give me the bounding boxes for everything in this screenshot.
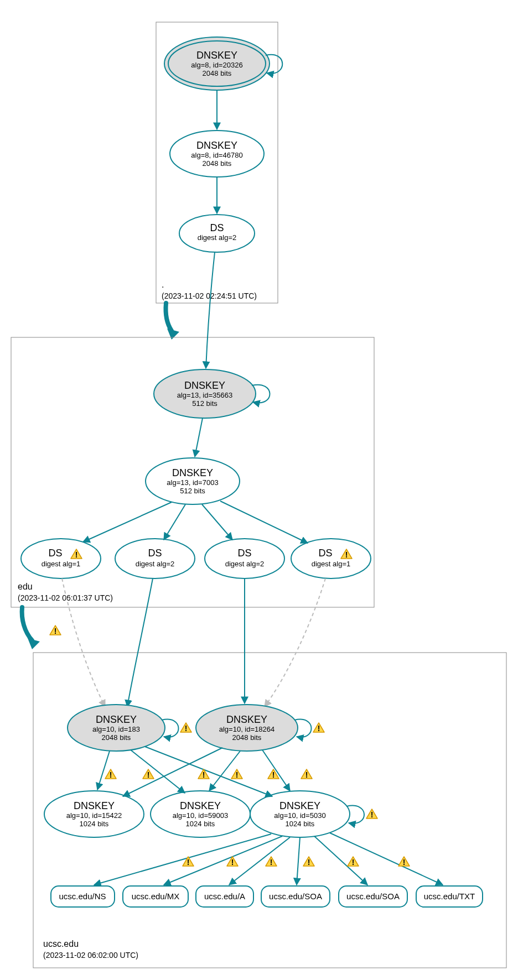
node-ucsc-ksk1: DNSKEY alg=10, id=183 2048 bits xyxy=(68,705,191,751)
zone-ucsc-label: ucsc.edu xyxy=(43,939,79,948)
warning-icon xyxy=(143,769,154,779)
svg-text:ucsc.edu/SOA: ucsc.edu/SOA xyxy=(269,892,322,901)
warning-icon xyxy=(301,769,312,779)
svg-marker-14 xyxy=(167,329,179,340)
edge-rootds-eduksk xyxy=(206,252,215,368)
node-ucsc-zsk1: DNSKEY alg=10, id=15422 1024 bits xyxy=(44,791,144,837)
warning-icon xyxy=(50,625,61,635)
svg-text:DS: DS xyxy=(318,548,332,559)
svg-text:digest alg=2: digest alg=2 xyxy=(198,233,236,242)
edge-eduksk-eduzsk xyxy=(195,418,203,457)
node-ucsc-zsk2: DNSKEY alg=10, id=59003 1024 bits xyxy=(151,791,250,837)
svg-point-27 xyxy=(115,539,195,578)
svg-text:DNSKEY: DNSKEY xyxy=(196,140,237,151)
rrset-soa2: ucsc.edu/SOA xyxy=(339,886,407,907)
svg-text:2048 bits: 2048 bits xyxy=(232,733,262,742)
svg-text:alg=10, id=59003: alg=10, id=59003 xyxy=(173,811,228,820)
svg-point-30 xyxy=(205,539,284,578)
svg-text:digest alg=1: digest alg=1 xyxy=(42,560,80,568)
warning-icon xyxy=(348,857,359,867)
svg-text:DNSKEY: DNSKEY xyxy=(96,714,137,725)
svg-text:ucsc.edu/TXT: ucsc.edu/TXT xyxy=(424,892,475,901)
svg-marker-36 xyxy=(28,638,40,649)
svg-text:digest alg=2: digest alg=2 xyxy=(225,560,264,568)
svg-text:ucsc.edu/SOA: ucsc.edu/SOA xyxy=(346,892,400,901)
warning-icon xyxy=(231,769,242,779)
node-ucsc-zsk3: DNSKEY alg=10, id=5030 1024 bits xyxy=(250,791,377,837)
warning-icon xyxy=(313,723,324,733)
zone-ucsc-timestamp: (2023-11-02 06:02:00 UTC) xyxy=(43,951,138,960)
node-edu-ds4: DS digest alg=1 xyxy=(291,539,371,578)
svg-text:alg=10, id=15422: alg=10, id=15422 xyxy=(66,811,122,820)
svg-point-33 xyxy=(291,539,371,578)
svg-text:DNSKEY: DNSKEY xyxy=(184,380,225,391)
svg-text:1024 bits: 1024 bits xyxy=(286,820,315,828)
rrset-a: ucsc.edu/A xyxy=(196,886,253,907)
warning-icon xyxy=(105,769,116,779)
svg-text:DNSKEY: DNSKEY xyxy=(279,800,320,811)
svg-text:alg=10, id=18264: alg=10, id=18264 xyxy=(219,725,274,733)
zone-link-root-edu xyxy=(165,303,172,331)
rrset-ns: ucsc.edu/NS xyxy=(51,886,115,907)
zone-edu-timestamp: (2023-11-02 06:01:37 UTC) xyxy=(18,593,113,602)
svg-point-24 xyxy=(21,539,101,578)
node-ucsc-ksk2: DNSKEY alg=10, id=18264 2048 bits xyxy=(196,705,324,751)
svg-text:alg=8, id=20326: alg=8, id=20326 xyxy=(191,61,242,69)
node-edu-zsk: DNSKEY alg=13, id=7003 512 bits xyxy=(146,458,240,504)
svg-text:alg=13, id=7003: alg=13, id=7003 xyxy=(167,478,218,487)
svg-text:512 bits: 512 bits xyxy=(192,399,217,408)
warning-icon xyxy=(366,809,377,819)
node-edu-ksk: DNSKEY alg=13, id=35663 512 bits xyxy=(154,369,270,418)
zone-root-timestamp: (2023-11-02 02:24:51 UTC) xyxy=(162,291,257,300)
svg-text:DNSKEY: DNSKEY xyxy=(180,800,221,811)
svg-text:ucsc.edu/A: ucsc.edu/A xyxy=(204,892,245,901)
rrset-txt: ucsc.edu/TXT xyxy=(416,886,483,907)
svg-text:2048 bits: 2048 bits xyxy=(203,69,232,77)
svg-text:DNSKEY: DNSKEY xyxy=(196,50,237,61)
zone-link-edu-ucsc xyxy=(22,607,32,640)
svg-text:alg=10, id=5030: alg=10, id=5030 xyxy=(274,811,325,820)
node-edu-ds3: DS digest alg=2 xyxy=(205,539,284,578)
rrset-mx: ucsc.edu/MX xyxy=(123,886,188,907)
node-root-ds: DS digest alg=2 xyxy=(179,215,255,252)
rrset-soa1: ucsc.edu/SOA xyxy=(261,886,330,907)
svg-text:alg=13, id=35663: alg=13, id=35663 xyxy=(177,391,232,399)
zone-edu-label: edu xyxy=(18,582,33,591)
node-edu-ds2: DS digest alg=2 xyxy=(115,539,195,578)
node-root-zsk: DNSKEY alg=8, id=46780 2048 bits xyxy=(170,131,264,177)
svg-text:ucsc.edu/NS: ucsc.edu/NS xyxy=(59,892,106,901)
dnssec-graph: ! . (2023-11-02 02:24:51 UTC) DNSKEY alg… xyxy=(0,0,518,980)
warning-icon xyxy=(180,723,191,733)
svg-text:DNSKEY: DNSKEY xyxy=(226,714,267,725)
svg-text:DS: DS xyxy=(48,548,62,559)
svg-text:ucsc.edu/MX: ucsc.edu/MX xyxy=(132,892,180,901)
svg-text:alg=10, id=183: alg=10, id=183 xyxy=(92,725,140,733)
svg-text:1024 bits: 1024 bits xyxy=(80,820,109,828)
svg-text:1024 bits: 1024 bits xyxy=(186,820,215,828)
svg-text:DS: DS xyxy=(237,548,251,559)
zone-root-label: . xyxy=(162,280,164,289)
warning-icon xyxy=(303,857,314,867)
node-root-ksk: DNSKEY alg=8, id=20326 2048 bits xyxy=(164,37,282,90)
svg-text:2048 bits: 2048 bits xyxy=(102,733,131,742)
svg-text:DS: DS xyxy=(148,548,162,559)
svg-text:alg=8, id=46780: alg=8, id=46780 xyxy=(191,151,242,159)
warning-icon xyxy=(183,857,194,867)
svg-text:2048 bits: 2048 bits xyxy=(203,159,232,168)
svg-text:512 bits: 512 bits xyxy=(180,487,205,495)
warning-icon xyxy=(266,857,277,867)
warning-icon xyxy=(268,769,279,779)
svg-text:DS: DS xyxy=(210,222,224,233)
svg-text:DNSKEY: DNSKEY xyxy=(74,800,115,811)
warning-icon xyxy=(398,857,410,867)
svg-text:digest alg=2: digest alg=2 xyxy=(136,560,174,568)
node-edu-ds1: DS digest alg=1 xyxy=(21,539,101,578)
svg-text:DNSKEY: DNSKEY xyxy=(172,467,213,478)
svg-text:digest alg=1: digest alg=1 xyxy=(312,560,350,568)
